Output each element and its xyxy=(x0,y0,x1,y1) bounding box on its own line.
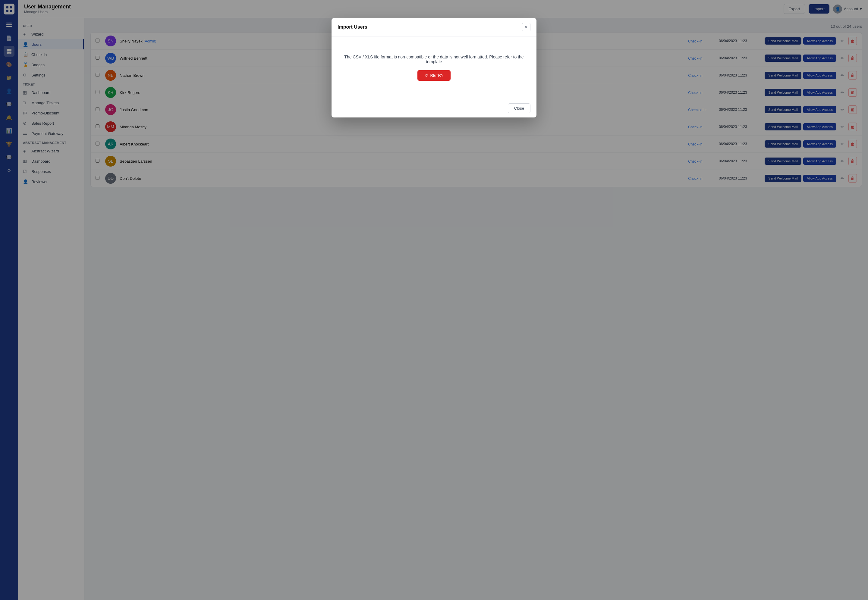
modal-overlay[interactable]: Import Users ✕ The CSV / XLS file format… xyxy=(0,0,868,600)
modal-title: Import Users xyxy=(338,24,367,30)
modal-footer: Close xyxy=(332,99,536,117)
retry-button[interactable]: ↺ RETRY xyxy=(417,70,451,81)
modal-error-message: The CSV / XLS file format is non-compati… xyxy=(344,55,524,64)
modal-close-footer-button[interactable]: Close xyxy=(508,103,530,113)
modal-header: Import Users ✕ xyxy=(332,18,536,36)
import-users-modal: Import Users ✕ The CSV / XLS file format… xyxy=(332,18,536,117)
retry-icon: ↺ xyxy=(425,73,428,78)
modal-body: The CSV / XLS file format is non-compati… xyxy=(332,36,536,99)
modal-close-button[interactable]: ✕ xyxy=(522,23,530,31)
retry-label: RETRY xyxy=(430,73,444,78)
